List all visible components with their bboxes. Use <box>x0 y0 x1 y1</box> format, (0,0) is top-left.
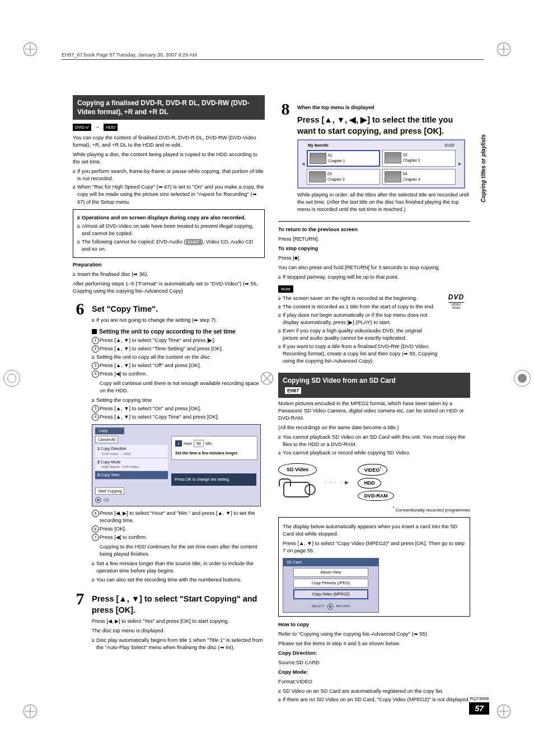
step-6: 6 Set "Copy Time". If you are not going … <box>73 300 265 585</box>
corner-decoration <box>496 703 512 719</box>
step-8: 8 When the top menu is displayed Press [… <box>278 101 470 215</box>
num-step: 6Press [OK]. <box>92 525 265 533</box>
step-number: 6 <box>73 300 87 317</box>
card-display-box: The display below automatically appears … <box>278 517 470 616</box>
step-number: 8 <box>278 101 293 118</box>
body-text: You can also press and hold [RETURN] for… <box>278 264 470 271</box>
svg-point-6 <box>97 499 100 501</box>
value: Source:SD CARD <box>278 659 470 666</box>
bullet-item: SD Video on an SD Card are automatically… <box>278 688 470 695</box>
bullet-item: The screen saver on the right is recorde… <box>278 295 438 302</box>
time-panel: 2 Hour 00 Min. Set the time a few minute… <box>171 436 257 461</box>
min-value: 00 <box>194 440 204 448</box>
note-box: Operations and on screen displays during… <box>73 209 265 258</box>
bullet-item: If you want to copy a title from a final… <box>278 343 438 365</box>
body-text: Please set the items in step 4 and 5 as … <box>278 640 470 647</box>
sub-heading: To return to the previous screen <box>278 226 470 233</box>
bullet-item: Insert the finalised disc (➡ 36). <box>73 271 265 278</box>
doc-code: RQT8896 <box>470 696 489 701</box>
camera-icon <box>279 478 317 502</box>
body-text: Copy will continue until there is not en… <box>92 380 265 395</box>
prep-heading: Preparation <box>73 261 265 269</box>
oval-video: VIDEO* <box>358 464 387 476</box>
menu-cell: 01Chapter 1 <box>307 150 380 167</box>
ui-title: SD Card <box>283 558 378 566</box>
body-text: While playing in order, all the titles a… <box>297 191 470 213</box>
triangle-right-icon: ▶ <box>457 161 462 167</box>
list-item: 1 Copy DirectionDVD-Video → HDD <box>95 445 168 458</box>
menu-option: Album View <box>293 568 368 577</box>
bullet-item: The content is recorded as 1 title from … <box>278 303 438 311</box>
corner-decoration <box>496 41 512 57</box>
bullet-item: Setting the unit to copy all the content… <box>92 354 265 361</box>
page-number: 57 <box>469 702 489 715</box>
media-chip-hdd: HDD <box>104 124 118 131</box>
left-column: Copying a finalised DVD-R, DVD-R DL, DVD… <box>73 95 265 705</box>
sd-card-ui-screenshot: SD Card Album View Copy Pictures (JPEG) … <box>283 558 379 612</box>
note-chip: Note <box>278 285 293 293</box>
list-item-active: 3 Copy Time <box>95 471 168 480</box>
bullet-item: If you perform search, frame-by-frame or… <box>73 168 265 182</box>
footnote: Conventionally recorded programmes <box>396 507 470 512</box>
intro-text: While playing a disc, the content being … <box>73 151 265 166</box>
pdf-header: EH57_67.book Page 57 Tuesday, January 30… <box>62 50 484 60</box>
body-text: Press [▲, ▼] to select "Copy Video (MPEG… <box>283 540 466 555</box>
num-step: 3Press [▲, ▼] to select "Off" and press … <box>92 362 265 369</box>
menu-cell: 02Chapter 2 <box>382 150 456 167</box>
body-text: After performing steps 1–5 ("Format" is … <box>73 280 265 295</box>
top-menu-screenshot: ◀ My favorite01/02 01Chapter 1 02Chapter… <box>297 139 465 189</box>
body-text: (All the recordings on the same date bec… <box>278 424 470 431</box>
ok-icon <box>95 497 101 503</box>
oval-hdd: HDD <box>358 478 381 489</box>
list-item: 2 Copy ModeHigh Speed : DVD-Video <box>95 458 168 471</box>
corner-decoration <box>22 41 38 57</box>
bullet-item: Even if you copy a high quality video/au… <box>278 327 438 342</box>
num-step: 4Press [▲, ▼] to select "Copy Time" and … <box>92 414 265 421</box>
num-step: 5Press [◀, ▶] to select "Hour" and "Min.… <box>92 510 265 524</box>
bullet-item: If you are not going to change the setti… <box>92 317 265 324</box>
start-copying-button: Start Copying <box>95 487 124 495</box>
arrow-icon: → <box>95 123 100 131</box>
manual-page: EH57_67.book Page 57 Tuesday, January 30… <box>0 0 534 756</box>
body-text: The display below automatically appears … <box>283 523 466 538</box>
cancel-all-button: Cancel All <box>95 436 118 444</box>
label: Copy Mode: <box>278 669 470 676</box>
bullet-item: Disc play automatically begins from titl… <box>92 637 265 651</box>
num-step: 3Press [▲, ▼] to select "On" and press [… <box>92 405 265 412</box>
model-chip: EH67 <box>285 387 301 394</box>
bullet-item: You cannot playback SD Video on an SD Ca… <box>278 434 470 448</box>
bullet-item: The following cannot be copied: DVD-Audi… <box>77 238 260 253</box>
oval-dvd-ram: DVD-RAM <box>358 491 394 501</box>
sd-diagram: SD Video · · · · ▶ VIDEO* HDD DVD-RAM <box>278 463 470 502</box>
value: Format:VIDEO <box>278 678 470 685</box>
bullet-item: If there are no SD Video on an SD Card, … <box>278 696 470 703</box>
body-text: Refer to "Copying using the copying list… <box>278 631 470 638</box>
step-title: Press [▲, ▼, ◀, ▶] to select the title y… <box>297 114 470 137</box>
copy-ui-screenshot: Copy Cancel All 1 Copy DirectionDVD-Vide… <box>92 424 261 507</box>
sub-heading: To stop copying <box>278 245 470 252</box>
step-title: Set "Copy Time". <box>92 303 265 314</box>
menu-option-selected: Copy Video (MPEG2) <box>293 589 368 599</box>
num-step: 4Press [◀] to confirm. <box>92 370 265 378</box>
arrow-dots: · · · · ▶ <box>325 479 350 486</box>
menu-option: Copy Pictures (JPEG) <box>293 579 368 588</box>
ok-icon <box>327 603 334 610</box>
bullet-item: If stopped partway, copying will be up t… <box>278 274 470 281</box>
media-flow: DVD-V → HDD <box>73 123 265 131</box>
step-title: Press [▲, ▼] to select "Start Copying" a… <box>92 593 265 616</box>
bullet-item: When "Rec for High Speed Copy" (➡ 67) is… <box>73 184 265 205</box>
section-tab: Copying titles or playlists <box>480 134 490 203</box>
model-chip: EH67 <box>186 239 202 245</box>
bullet-item: Set a few minutes longer than the source… <box>92 560 265 575</box>
bullet-item: You cannot playback or record while copy… <box>278 449 470 457</box>
num-step: 1Press [▲, ▼] to select "Copy Time" and … <box>92 337 265 344</box>
section-heading: Copying SD Video from an SD Card EH67 <box>278 373 470 397</box>
content-columns: Copying a finalised DVD-R, DVD-R DL, DVD… <box>73 95 470 705</box>
corner-decoration <box>22 703 38 719</box>
section-heading: Copying a finalised DVD-R, DVD-R DL, DVD… <box>73 95 265 120</box>
bullet-item: If play does not begin automatically or … <box>278 312 438 326</box>
bullet-item: Operations and on screen displays during… <box>77 214 260 222</box>
menu-cell: 04Chapter 4 <box>382 169 456 185</box>
sub-heading: How to copy <box>278 621 470 628</box>
hour-value: 2 <box>175 440 182 447</box>
